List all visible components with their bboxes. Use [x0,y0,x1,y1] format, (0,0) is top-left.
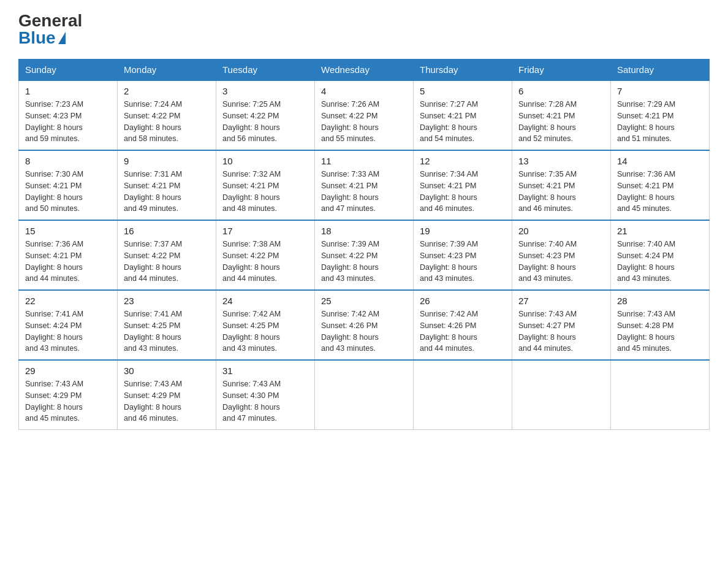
day-number: 12 [420,156,506,166]
day-number: 26 [420,296,506,306]
calendar-table: SundayMondayTuesdayWednesdayThursdayFrid… [18,59,710,430]
calendar-cell: 28 Sunrise: 7:43 AM Sunset: 4:28 PM Dayl… [611,290,710,360]
day-info: Sunrise: 7:39 AM Sunset: 4:23 PM Dayligh… [420,239,506,285]
day-number: 15 [25,226,111,236]
calendar-cell: 29 Sunrise: 7:43 AM Sunset: 4:29 PM Dayl… [19,360,118,430]
day-info: Sunrise: 7:27 AM Sunset: 4:21 PM Dayligh… [420,99,506,145]
calendar-cell: 25 Sunrise: 7:42 AM Sunset: 4:26 PM Dayl… [315,290,414,360]
day-number: 16 [124,226,210,236]
calendar-cell: 8 Sunrise: 7:30 AM Sunset: 4:21 PM Dayli… [19,150,118,220]
day-of-week-header: Wednesday [315,59,414,81]
day-number: 13 [518,156,604,166]
calendar-cell: 15 Sunrise: 7:36 AM Sunset: 4:21 PM Dayl… [19,220,118,290]
calendar-cell: 11 Sunrise: 7:33 AM Sunset: 4:21 PM Dayl… [315,150,414,220]
day-number: 19 [420,226,506,236]
day-info: Sunrise: 7:43 AM Sunset: 4:27 PM Dayligh… [518,308,604,354]
day-number: 2 [124,86,210,96]
day-info: Sunrise: 7:24 AM Sunset: 4:22 PM Dayligh… [124,99,210,145]
day-info: Sunrise: 7:43 AM Sunset: 4:29 PM Dayligh… [124,378,210,424]
calendar-cell: 20 Sunrise: 7:40 AM Sunset: 4:23 PM Dayl… [512,220,611,290]
day-info: Sunrise: 7:43 AM Sunset: 4:28 PM Dayligh… [617,308,703,354]
day-number: 7 [617,86,703,96]
calendar-cell [611,360,710,430]
day-info: Sunrise: 7:41 AM Sunset: 4:25 PM Dayligh… [124,308,210,354]
day-number: 27 [518,296,604,306]
day-number: 21 [617,226,703,236]
day-number: 5 [420,86,506,96]
calendar-week-row: 8 Sunrise: 7:30 AM Sunset: 4:21 PM Dayli… [19,150,710,220]
calendar-cell [315,360,414,430]
calendar-week-row: 22 Sunrise: 7:41 AM Sunset: 4:24 PM Dayl… [19,290,710,360]
day-info: Sunrise: 7:25 AM Sunset: 4:22 PM Dayligh… [222,99,308,145]
calendar-cell: 4 Sunrise: 7:26 AM Sunset: 4:22 PM Dayli… [315,80,414,150]
day-number: 8 [25,156,111,166]
calendar-cell: 14 Sunrise: 7:36 AM Sunset: 4:21 PM Dayl… [611,150,710,220]
calendar-cell: 6 Sunrise: 7:28 AM Sunset: 4:21 PM Dayli… [512,80,611,150]
calendar-cell: 24 Sunrise: 7:42 AM Sunset: 4:25 PM Dayl… [216,290,315,360]
day-number: 31 [222,366,308,376]
day-info: Sunrise: 7:36 AM Sunset: 4:21 PM Dayligh… [25,239,111,285]
day-of-week-header: Tuesday [216,59,315,81]
day-number: 14 [617,156,703,166]
day-info: Sunrise: 7:28 AM Sunset: 4:21 PM Dayligh… [518,99,604,145]
calendar-cell: 3 Sunrise: 7:25 AM Sunset: 4:22 PM Dayli… [216,80,315,150]
calendar-cell [512,360,611,430]
day-info: Sunrise: 7:39 AM Sunset: 4:22 PM Dayligh… [321,239,407,285]
logo-blue-text: Blue [18,29,66,47]
day-info: Sunrise: 7:32 AM Sunset: 4:21 PM Dayligh… [222,169,308,215]
day-info: Sunrise: 7:37 AM Sunset: 4:22 PM Dayligh… [124,239,210,285]
calendar-cell: 31 Sunrise: 7:43 AM Sunset: 4:30 PM Dayl… [216,360,315,430]
day-number: 18 [321,226,407,236]
day-info: Sunrise: 7:29 AM Sunset: 4:21 PM Dayligh… [617,99,703,145]
calendar-cell: 16 Sunrise: 7:37 AM Sunset: 4:22 PM Dayl… [118,220,216,290]
calendar-body: 1 Sunrise: 7:23 AM Sunset: 4:23 PM Dayli… [19,80,710,430]
calendar-cell: 7 Sunrise: 7:29 AM Sunset: 4:21 PM Dayli… [611,80,710,150]
calendar-cell: 23 Sunrise: 7:41 AM Sunset: 4:25 PM Dayl… [118,290,216,360]
day-info: Sunrise: 7:43 AM Sunset: 4:29 PM Dayligh… [25,378,111,424]
day-number: 20 [518,226,604,236]
calendar-week-row: 29 Sunrise: 7:43 AM Sunset: 4:29 PM Dayl… [19,360,710,430]
calendar-cell: 12 Sunrise: 7:34 AM Sunset: 4:21 PM Dayl… [414,150,512,220]
day-info: Sunrise: 7:43 AM Sunset: 4:30 PM Dayligh… [222,378,308,424]
day-number: 25 [321,296,407,306]
calendar-cell: 10 Sunrise: 7:32 AM Sunset: 4:21 PM Dayl… [216,150,315,220]
calendar-cell: 19 Sunrise: 7:39 AM Sunset: 4:23 PM Dayl… [414,220,512,290]
day-info: Sunrise: 7:38 AM Sunset: 4:22 PM Dayligh… [222,239,308,285]
day-info: Sunrise: 7:42 AM Sunset: 4:25 PM Dayligh… [222,308,308,354]
calendar-cell: 26 Sunrise: 7:42 AM Sunset: 4:26 PM Dayl… [414,290,512,360]
day-info: Sunrise: 7:31 AM Sunset: 4:21 PM Dayligh… [124,169,210,215]
day-info: Sunrise: 7:26 AM Sunset: 4:22 PM Dayligh… [321,99,407,145]
day-info: Sunrise: 7:35 AM Sunset: 4:21 PM Dayligh… [518,169,604,215]
day-number: 23 [124,296,210,306]
day-number: 6 [518,86,604,96]
day-info: Sunrise: 7:40 AM Sunset: 4:24 PM Dayligh… [617,239,703,285]
day-number: 11 [321,156,407,166]
day-info: Sunrise: 7:36 AM Sunset: 4:21 PM Dayligh… [617,169,703,215]
day-info: Sunrise: 7:40 AM Sunset: 4:23 PM Dayligh… [518,239,604,285]
calendar-cell: 18 Sunrise: 7:39 AM Sunset: 4:22 PM Dayl… [315,220,414,290]
day-number: 3 [222,86,308,96]
day-number: 29 [25,366,111,376]
day-number: 9 [124,156,210,166]
logo-general-text: General [18,12,82,29]
calendar-cell [414,360,512,430]
calendar-cell: 9 Sunrise: 7:31 AM Sunset: 4:21 PM Dayli… [118,150,216,220]
day-number: 28 [617,296,703,306]
day-of-week-header: Thursday [414,59,512,81]
day-of-week-header: Friday [512,59,611,81]
calendar-cell: 27 Sunrise: 7:43 AM Sunset: 4:27 PM Dayl… [512,290,611,360]
calendar-cell: 30 Sunrise: 7:43 AM Sunset: 4:29 PM Dayl… [118,360,216,430]
day-info: Sunrise: 7:42 AM Sunset: 4:26 PM Dayligh… [420,308,506,354]
day-info: Sunrise: 7:33 AM Sunset: 4:21 PM Dayligh… [321,169,407,215]
day-of-week-header: Saturday [611,59,710,81]
calendar-cell: 5 Sunrise: 7:27 AM Sunset: 4:21 PM Dayli… [414,80,512,150]
day-of-week-header: Monday [118,59,216,81]
logo-triangle-icon [58,32,66,44]
day-number: 17 [222,226,308,236]
day-number: 30 [124,366,210,376]
day-number: 1 [25,86,111,96]
header-row: SundayMondayTuesdayWednesdayThursdayFrid… [19,59,710,81]
calendar-week-row: 15 Sunrise: 7:36 AM Sunset: 4:21 PM Dayl… [19,220,710,290]
day-number: 22 [25,296,111,306]
day-info: Sunrise: 7:34 AM Sunset: 4:21 PM Dayligh… [420,169,506,215]
